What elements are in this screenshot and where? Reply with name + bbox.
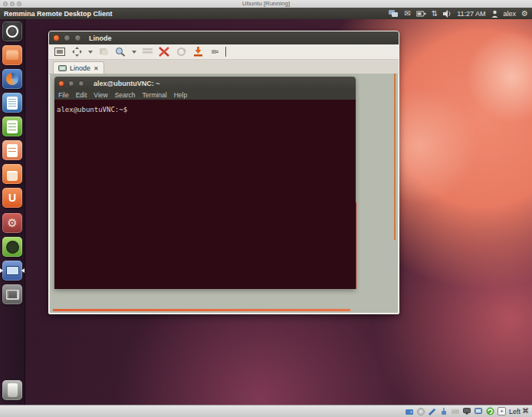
tab-linode[interactable]: Linode ✕ xyxy=(53,61,104,74)
workspace-switcher-icon[interactable] xyxy=(2,284,22,304)
window-title: Linode xyxy=(89,34,112,42)
host-key-indicator: Left ⌘ xyxy=(509,406,529,416)
menu-view[interactable]: View xyxy=(94,91,107,99)
minimize-button[interactable] xyxy=(64,34,71,41)
ubuntu-one-icon[interactable]: U xyxy=(2,188,22,208)
host-key-label: Left xyxy=(509,408,521,415)
command-key-icon: ⌘ xyxy=(522,406,529,416)
home-folder-icon[interactable] xyxy=(2,45,22,65)
terminal-minimize-button[interactable] xyxy=(68,80,74,87)
remmina-launcher-icon[interactable] xyxy=(2,261,22,281)
writer-document xyxy=(7,97,18,110)
user-icon[interactable] xyxy=(491,8,498,18)
remmina-toolbar xyxy=(49,44,399,60)
trash-can xyxy=(8,383,18,397)
software-center-icon[interactable] xyxy=(2,164,22,184)
virtualbox-vm-screen: Ubuntu [Running] Remmina Remote Desktop … xyxy=(0,0,532,417)
remmina-titlebar[interactable]: Linode xyxy=(49,31,399,44)
menu-help[interactable]: Help xyxy=(174,91,187,99)
menu-edit[interactable]: Edit xyxy=(76,91,87,99)
libreoffice-impress-icon[interactable] xyxy=(2,140,22,160)
ubuntu-top-panel: Remmina Remote Desktop Client ✉ ⇅ 11:27 … xyxy=(0,8,532,19)
system-settings-icon[interactable]: ⚙ xyxy=(2,213,22,233)
vm-window-title: Ubuntu [Running] xyxy=(0,0,532,8)
update-orb xyxy=(6,241,19,254)
libreoffice-calc-icon[interactable] xyxy=(2,117,22,136)
libreoffice-writer-icon[interactable] xyxy=(2,93,22,113)
terminal-close-button[interactable] xyxy=(58,80,64,87)
terminal-body[interactable]: alex@ubuntuVNC:~$ xyxy=(54,100,356,289)
monitor-icon xyxy=(6,266,19,275)
display-icon[interactable] xyxy=(463,407,471,415)
vnc-viewport[interactable]: alex@ubuntuVNC: ~ File Edit View Search … xyxy=(50,74,398,313)
network-arrows-icon[interactable]: ⇅ xyxy=(432,8,438,18)
username-label[interactable]: alex xyxy=(504,10,517,18)
maximize-button[interactable] xyxy=(74,34,81,41)
terminal-menubar: File Edit View Search Terminal Help xyxy=(54,90,356,100)
close-button[interactable] xyxy=(53,34,60,41)
tab-label: Linode xyxy=(70,64,90,72)
remote-screen-icon xyxy=(58,65,67,72)
gear-icon[interactable]: ⚙ xyxy=(521,8,528,18)
grab-keyboard-icon[interactable] xyxy=(97,46,110,57)
workspace-grid xyxy=(6,290,19,300)
send-keys-icon[interactable] xyxy=(141,46,153,57)
dash-home-icon[interactable] xyxy=(2,21,22,41)
optical-disc-icon[interactable] xyxy=(417,407,425,415)
unity-launcher: U ⚙ xyxy=(0,19,25,405)
host-key-state-icon: + xyxy=(498,407,506,415)
refresh-icon[interactable] xyxy=(175,46,187,57)
update-manager-icon[interactable] xyxy=(2,237,22,257)
ubuntu-one-letter: U xyxy=(8,192,16,204)
running-indicator-arrow xyxy=(0,268,3,273)
share-icon[interactable] xyxy=(389,8,399,18)
features-icon[interactable] xyxy=(486,407,494,415)
shopping-bag xyxy=(7,171,18,181)
zoom-dropdown-caret[interactable] xyxy=(132,51,136,54)
scaled-mode-icon[interactable] xyxy=(71,46,83,57)
remmina-window: Linode xyxy=(48,31,399,314)
redraw-artifact-horizontal xyxy=(53,309,350,311)
settings-gear-icon: ⚙ xyxy=(7,218,17,228)
calc-document xyxy=(7,120,18,133)
trash-icon[interactable] xyxy=(2,380,22,400)
shared-folder-icon[interactable] xyxy=(452,407,460,415)
redraw-artifact-vertical xyxy=(394,74,396,240)
usb-icon[interactable] xyxy=(440,407,448,415)
impress-document xyxy=(7,144,18,157)
disconnect-icon[interactable] xyxy=(192,46,204,57)
menu-terminal[interactable]: Terminal xyxy=(143,91,167,99)
remmina-tab-strip: Linode ✕ xyxy=(49,60,399,74)
zoom-icon[interactable] xyxy=(114,46,126,57)
folder-flap xyxy=(6,51,18,60)
firefox-globe xyxy=(6,73,18,85)
sound-icon[interactable] xyxy=(443,8,452,18)
terminal-titlebar[interactable]: alex@ubuntuVNC: ~ xyxy=(54,77,356,90)
menu-search[interactable]: Search xyxy=(115,91,136,99)
firefox-icon[interactable] xyxy=(2,69,22,89)
unplug-icon[interactable] xyxy=(209,46,221,57)
appmenu-title[interactable]: Remmina Remote Desktop Client xyxy=(4,10,113,18)
hard-disk-icon[interactable] xyxy=(406,407,414,415)
focused-indicator-arrow xyxy=(21,268,25,273)
shell-prompt: alex@ubuntuVNC:~$ xyxy=(57,106,127,113)
scaled-mode-dropdown-caret[interactable] xyxy=(88,51,93,54)
remote-terminal-window: alex@ubuntuVNC: ~ File Edit View Search … xyxy=(54,77,356,289)
menu-file[interactable]: File xyxy=(58,91,69,99)
fullscreen-icon[interactable] xyxy=(54,46,66,57)
toolbar-separator xyxy=(225,47,226,57)
battery-icon[interactable] xyxy=(416,8,426,18)
ubuntu-logo-icon xyxy=(6,25,18,38)
network-icon[interactable] xyxy=(429,407,437,415)
indicator-area: ✉ ⇅ 11:27 AM alex ⚙ xyxy=(389,8,528,18)
clock[interactable]: 11:27 AM xyxy=(457,10,485,18)
video-capture-icon[interactable] xyxy=(475,407,483,415)
tab-close-icon[interactable]: ✕ xyxy=(94,65,99,72)
terminal-title: alex@ubuntuVNC: ~ xyxy=(94,80,160,87)
tools-icon[interactable] xyxy=(158,46,170,57)
terminal-maximize-button[interactable] xyxy=(78,80,84,87)
vbox-statusbar: + Left ⌘ xyxy=(0,405,532,417)
mail-icon[interactable]: ✉ xyxy=(404,8,410,18)
